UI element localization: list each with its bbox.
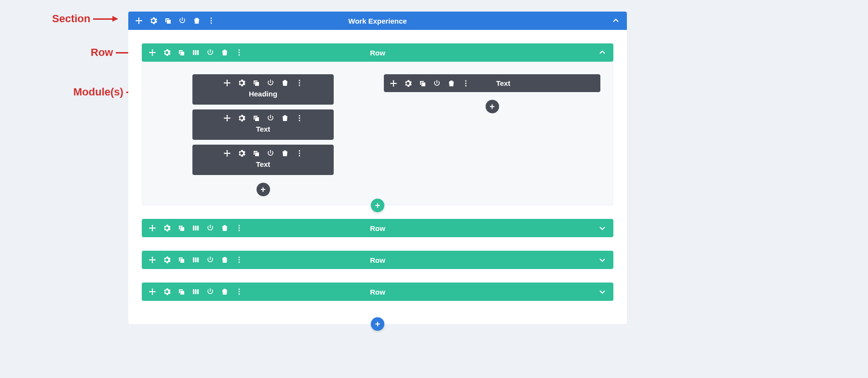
annotation-section-label: Section <box>52 13 90 25</box>
move-icon[interactable] <box>149 49 156 56</box>
trash-icon[interactable] <box>221 256 229 264</box>
row-toolbar <box>149 224 243 232</box>
more-icon[interactable] <box>296 79 303 87</box>
more-icon[interactable] <box>235 49 243 56</box>
power-icon[interactable] <box>433 80 441 87</box>
plus-icon: + <box>260 185 266 195</box>
power-icon[interactable] <box>206 288 214 296</box>
annotation-row-label: Row <box>91 46 113 59</box>
column-right: Text + <box>384 74 600 196</box>
row-header[interactable]: Row <box>142 251 613 269</box>
move-icon[interactable] <box>135 17 143 25</box>
arrow-icon <box>93 18 117 20</box>
duplicate-icon[interactable] <box>177 49 185 56</box>
duplicate-icon[interactable] <box>252 149 260 157</box>
power-icon[interactable] <box>267 114 274 122</box>
columns-icon[interactable] <box>192 256 200 264</box>
duplicate-icon[interactable] <box>252 114 260 122</box>
move-icon[interactable] <box>149 256 156 264</box>
section-body: Row Heading <box>128 30 627 324</box>
more-icon[interactable] <box>235 288 243 296</box>
add-section-button[interactable]: + <box>371 317 384 331</box>
module-title: Heading <box>198 90 328 98</box>
trash-icon[interactable] <box>281 149 289 157</box>
module-title: Text <box>470 79 537 87</box>
add-module-button[interactable]: + <box>486 100 499 113</box>
section-header[interactable]: Work Experience <box>128 12 627 30</box>
more-icon[interactable] <box>235 224 243 232</box>
gear-icon[interactable] <box>149 17 157 25</box>
trash-icon[interactable] <box>448 80 455 87</box>
row-header[interactable]: Row <box>142 283 613 301</box>
builder-canvas: Work Experience Row <box>128 12 627 338</box>
row-header[interactable]: Row <box>142 219 613 237</box>
more-icon[interactable] <box>207 17 215 25</box>
move-icon[interactable] <box>223 149 231 157</box>
trash-icon[interactable] <box>193 17 201 25</box>
power-icon[interactable] <box>267 79 274 87</box>
gear-icon[interactable] <box>238 79 245 87</box>
more-icon[interactable] <box>462 80 470 87</box>
duplicate-icon[interactable] <box>177 256 185 264</box>
power-icon[interactable] <box>206 49 214 56</box>
collapse-row-button[interactable] <box>598 48 607 57</box>
row-header[interactable]: Row <box>142 43 613 62</box>
gear-icon[interactable] <box>163 49 171 56</box>
columns-icon[interactable] <box>192 288 200 296</box>
trash-icon[interactable] <box>281 114 289 122</box>
module-text[interactable]: Text <box>192 109 334 140</box>
collapsed-rows: Row Row <box>142 219 613 301</box>
trash-icon[interactable] <box>281 79 289 87</box>
module-heading[interactable]: Heading <box>192 74 334 105</box>
row-toolbar <box>149 49 243 56</box>
annotation-modules-label: Module(s) <box>73 86 123 98</box>
duplicate-icon[interactable] <box>177 224 185 232</box>
more-icon[interactable] <box>296 149 303 157</box>
add-module-button[interactable]: + <box>257 183 270 196</box>
plus-icon: + <box>375 201 380 211</box>
gear-icon[interactable] <box>404 80 412 87</box>
row-body: Heading Text <box>142 62 613 205</box>
gear-icon[interactable] <box>163 256 171 264</box>
module-text[interactable]: Text <box>192 145 334 175</box>
expand-row-button[interactable] <box>598 224 607 232</box>
column-left: Heading Text <box>155 74 371 196</box>
gear-icon[interactable] <box>163 288 171 296</box>
more-icon[interactable] <box>235 256 243 264</box>
trash-icon[interactable] <box>221 49 229 56</box>
module-title: Text <box>198 125 328 133</box>
columns-icon[interactable] <box>192 224 200 232</box>
module-text[interactable]: Text <box>384 74 600 92</box>
annotation-section: Section <box>52 13 117 25</box>
power-icon[interactable] <box>178 17 186 25</box>
row-toolbar <box>149 288 243 296</box>
row-toolbar <box>149 256 243 264</box>
module-title: Text <box>198 160 328 168</box>
section-toolbar <box>135 17 215 25</box>
collapse-section-button[interactable] <box>611 16 620 25</box>
power-icon[interactable] <box>267 149 274 157</box>
move-icon[interactable] <box>149 224 156 232</box>
trash-icon[interactable] <box>221 288 229 296</box>
move-icon[interactable] <box>390 80 397 87</box>
plus-icon: + <box>489 102 495 112</box>
power-icon[interactable] <box>206 256 214 264</box>
gear-icon[interactable] <box>238 149 245 157</box>
duplicate-icon[interactable] <box>252 79 260 87</box>
move-icon[interactable] <box>149 288 156 296</box>
gear-icon[interactable] <box>163 224 171 232</box>
power-icon[interactable] <box>206 224 214 232</box>
expand-row-button[interactable] <box>598 287 607 296</box>
move-icon[interactable] <box>223 79 231 87</box>
expand-row-button[interactable] <box>598 256 607 264</box>
duplicate-icon[interactable] <box>164 17 172 25</box>
duplicate-icon[interactable] <box>177 288 185 296</box>
add-row-button[interactable]: + <box>371 199 384 212</box>
move-icon[interactable] <box>223 114 231 122</box>
columns-icon[interactable] <box>192 49 200 56</box>
plus-icon: + <box>375 319 380 329</box>
more-icon[interactable] <box>296 114 303 122</box>
duplicate-icon[interactable] <box>419 80 426 87</box>
gear-icon[interactable] <box>238 114 245 122</box>
trash-icon[interactable] <box>221 224 229 232</box>
